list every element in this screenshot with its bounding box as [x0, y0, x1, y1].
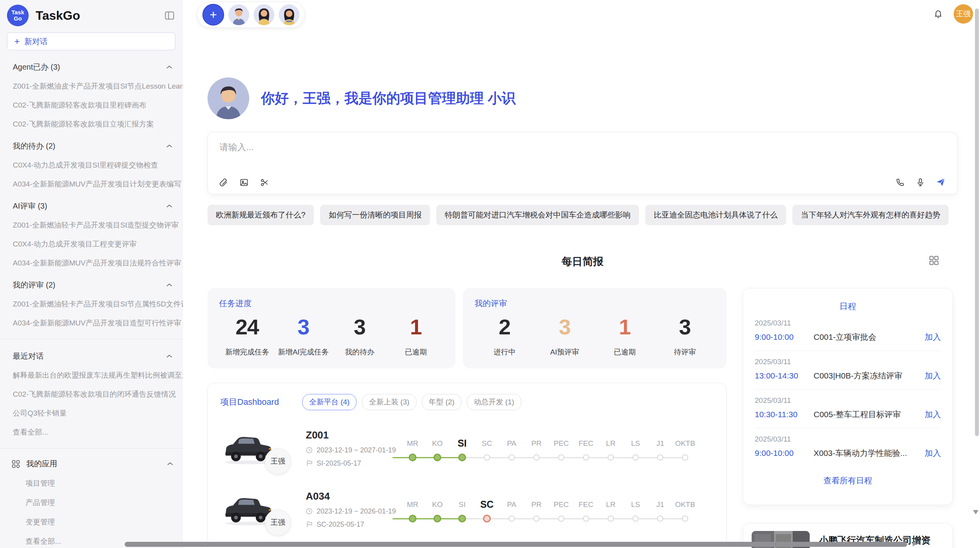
- milestone-dot: [682, 454, 688, 461]
- avatar[interactable]: [228, 4, 249, 25]
- horizontal-scrollbar[interactable]: [125, 542, 907, 547]
- stats-row: 任务进度 24新增完成任务 3新增AI完成任务 3我的待办 1已逾期 我的评审: [207, 288, 726, 368]
- list-item[interactable]: Z001-全新燃油皮卡产品开发项目SI节点Lesson Learn报告: [0, 72, 183, 91]
- section-ai-review[interactable]: AI评审 (3): [0, 189, 183, 211]
- schedule-date: 2025/03/11: [755, 396, 941, 405]
- milestone-dot: [657, 515, 663, 522]
- scissors-icon[interactable]: [260, 178, 269, 187]
- suggestion-chip[interactable]: 欧洲新规最近颁布了什么?: [207, 205, 314, 225]
- milestone-dot: [509, 454, 515, 461]
- schedule-name: C005-整车工程目标评审: [814, 409, 925, 420]
- join-link[interactable]: 加入: [925, 370, 941, 381]
- attachment-icon[interactable]: [219, 178, 228, 187]
- view-all-schedule-link[interactable]: 查看所有日程: [755, 475, 941, 486]
- section-agent-done[interactable]: Agent已办 (3): [0, 50, 183, 72]
- schedule-card: 日程 2025/03/11 9:00-10:00 C001-立项审批会 加入 2…: [743, 288, 953, 505]
- list-item[interactable]: C02-飞腾新能源轻客改款项目的闭环通告反馈情况: [0, 380, 183, 399]
- view-all-link[interactable]: 查看全部...: [0, 418, 183, 437]
- notification-bell-icon[interactable]: [933, 9, 944, 19]
- list-item[interactable]: C0X4-动力总成开发项目SI里程碑提交物检查: [0, 151, 183, 170]
- microphone-icon[interactable]: [915, 177, 925, 187]
- milestone-label: SC: [475, 439, 499, 448]
- list-item[interactable]: C0X4-动力总成开发项目工程变更评审: [0, 230, 183, 249]
- milestone-strip: MR KO SI SC PA PR PEC FEC LR LS: [400, 492, 714, 527]
- milestone-label: J1: [648, 500, 673, 509]
- join-link[interactable]: 加入: [925, 448, 941, 459]
- list-item[interactable]: A034-全新新能源MUV产品开发项目计划变更表编写: [0, 170, 183, 189]
- milestone-dot: [409, 515, 416, 522]
- list-item[interactable]: C02-飞腾新能源轻客改款项目立项汇报方案: [0, 110, 183, 129]
- send-icon[interactable]: [935, 177, 946, 188]
- avatar[interactable]: [279, 4, 300, 25]
- join-link[interactable]: 加入: [925, 409, 941, 420]
- stat-value: 3: [332, 314, 388, 339]
- list-item[interactable]: 公司Q3轻卡销量: [0, 399, 183, 418]
- stat-label: AI预评审: [535, 347, 595, 357]
- stat-label: 已逾期: [388, 347, 444, 357]
- suggestion-chip[interactable]: 如何写一份清晰的项目周报: [320, 205, 430, 225]
- filter-chip[interactable]: 动总开发 (1): [467, 394, 521, 410]
- suggestion-chip[interactable]: 特朗普可能对进口汽车增税会对中国车企造成哪些影响: [436, 205, 639, 225]
- list-item[interactable]: C02-飞腾新能源轻客改款项目里程碑画布: [0, 91, 183, 110]
- chat-input[interactable]: [219, 142, 730, 153]
- list-item[interactable]: 解释最新出台的欧盟报废车法规再生塑料比例被调至15%...: [0, 361, 183, 380]
- layout-grid-icon[interactable]: [929, 255, 939, 265]
- project-dates: 2023-12-19 ~ 2026-01-19: [317, 507, 396, 515]
- phone-call-icon[interactable]: [895, 177, 905, 187]
- project-row[interactable]: 王强 A034 2023-12-19 ~ 2026-01-19: [220, 490, 714, 529]
- list-item[interactable]: A034-全新新能源MUV产品开发项目法规符合性评审: [0, 249, 183, 268]
- filter-chip[interactable]: 全新平台 (4): [302, 394, 357, 410]
- suggestion-chip[interactable]: 当下年轻人对汽车外观有怎样的喜好趋势: [792, 205, 949, 225]
- sidebar-item-project-mgmt[interactable]: 项目管理: [0, 469, 183, 488]
- session-switcher: +: [197, 2, 305, 28]
- milestone-label: J1: [648, 439, 673, 448]
- sidebar-item-product-mgmt[interactable]: 产品管理: [0, 488, 183, 508]
- section-my-review[interactable]: 我的评审 (2): [0, 268, 183, 290]
- task-progress-card: 任务进度 24新增完成任务 3新增AI完成任务 3我的待办 1已逾期: [207, 288, 456, 368]
- vertical-scrollbar[interactable]: [975, 9, 979, 436]
- schedule-item: 2025/03/11 9:00-10:00 C001-立项审批会 加入: [755, 312, 941, 351]
- milestone-dot: [509, 515, 515, 522]
- list-item[interactable]: Z001-全新燃油轻卡产品开发项目SI节点属性5D文件评审: [0, 290, 183, 309]
- list-item[interactable]: A034-全新新能源MUV产品开发项目造型可行性评审: [0, 309, 183, 328]
- project-dates: 2023-12-19 ~ 2027-01-19: [317, 446, 396, 454]
- sidebar-collapse-icon[interactable]: [164, 10, 175, 21]
- milestone-dot: [533, 454, 540, 461]
- filter-chip[interactable]: 全新上装 (3): [362, 394, 416, 410]
- apps-grid-icon: [12, 460, 20, 468]
- project-vehicle-image: 王强: [220, 490, 276, 529]
- join-link[interactable]: 加入: [925, 332, 941, 342]
- add-session-button[interactable]: +: [202, 4, 224, 26]
- app-window: TaskGo TaskGo + 新对话 Agent已办 (3) Z001-全新燃…: [0, 0, 980, 548]
- schedule-date: 2025/03/11: [755, 319, 941, 327]
- filter-chip[interactable]: 年型 (2): [422, 394, 462, 410]
- list-item[interactable]: Z001-全新燃油轻卡产品开发项目SI造型提交物评审: [0, 211, 183, 230]
- clock-icon: [306, 508, 313, 515]
- greeting-text: 你好，王强，我是你的项目管理助理 小识: [261, 89, 516, 108]
- scroll-right-arrow[interactable]: [913, 541, 917, 546]
- sidebar-item-change-mgmt[interactable]: 变更管理: [0, 508, 183, 527]
- topbar: + 王强: [183, 0, 980, 28]
- user-avatar[interactable]: 王强: [954, 4, 973, 24]
- milestone-dot: [409, 454, 416, 461]
- section-recent-chats[interactable]: 最近对话: [0, 339, 183, 361]
- milestone-label: MR: [400, 439, 425, 448]
- milestone-dot: [458, 515, 466, 522]
- milestone-label: LS: [623, 500, 648, 509]
- image-upload-icon[interactable]: [239, 178, 249, 187]
- milestone-label-current: SC: [475, 499, 499, 510]
- project-row[interactable]: 王强 Z001 2023-12-19 ~ 2027-01-19: [220, 429, 714, 468]
- suggestion-chip[interactable]: 比亚迪全固态电池计划具体说了什么: [645, 205, 786, 225]
- stat-value: 3: [275, 314, 331, 339]
- stat-value: 3: [655, 314, 715, 339]
- main-area: + 王强 你好，王强，我是你的项目管理: [183, 0, 980, 548]
- avatar[interactable]: [254, 4, 274, 25]
- section-my-todo[interactable]: 我的待办 (2): [0, 129, 183, 151]
- sidebar-item-my-apps[interactable]: 我的应用: [0, 449, 183, 469]
- scroll-down-arrow[interactable]: [973, 510, 978, 514]
- new-chat-button[interactable]: + 新对话: [7, 33, 175, 50]
- milestone-label: LS: [623, 439, 648, 448]
- card-title: 我的评审: [475, 298, 715, 309]
- flag-icon: [306, 460, 313, 467]
- schedule-time: 9:00-10:00: [755, 332, 814, 342]
